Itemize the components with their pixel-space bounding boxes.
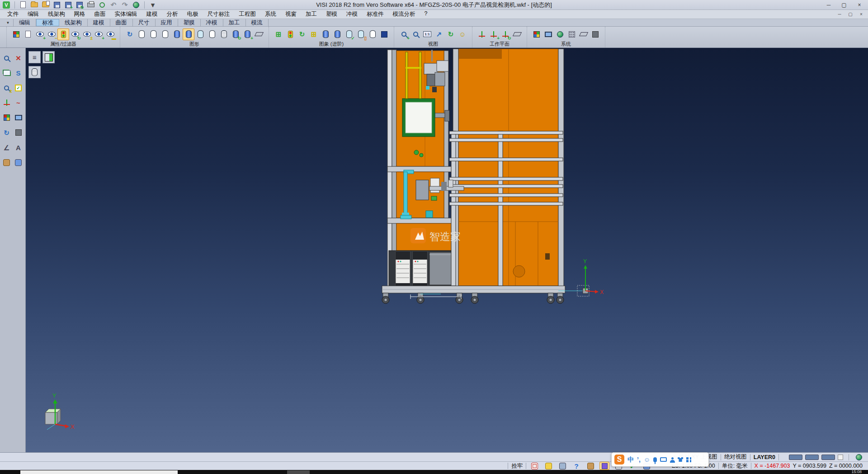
ime-language-toggle[interactable]: 中 xyxy=(627,456,634,463)
ime-microphone-icon[interactable] xyxy=(653,457,657,462)
color-swatch-2[interactable] xyxy=(805,455,819,460)
view-right-icon[interactable] xyxy=(43,52,54,63)
mdi-minimize-button[interactable]: ─ xyxy=(835,10,844,18)
minimize-button[interactable]: ─ xyxy=(821,0,836,9)
snap-grid-icon[interactable] xyxy=(566,28,578,40)
solid-check-icon[interactable]: ✓ xyxy=(343,28,355,40)
hide-entities-icon[interactable]: − xyxy=(46,28,57,40)
menu-item-surface[interactable]: 曲面 xyxy=(90,9,110,19)
qat-more-icon[interactable]: ▾ xyxy=(148,0,157,9)
tab-wireframe[interactable]: 线架构 xyxy=(59,19,88,26)
new-file-icon[interactable] xyxy=(19,0,28,9)
tree-refresh-icon[interactable]: ↻ xyxy=(296,28,308,40)
menu-item-drafting[interactable]: 工程图 xyxy=(235,9,261,19)
tab-dropdown-button[interactable]: ▼ xyxy=(3,19,14,26)
taskbar-active-app-button[interactable] xyxy=(20,470,178,474)
lock-label[interactable]: 拴牢 xyxy=(511,462,523,470)
regen-graphics-icon[interactable]: ↻ xyxy=(124,28,136,40)
web-help-icon[interactable] xyxy=(132,0,141,9)
tab-dimension[interactable]: 尺寸 xyxy=(133,19,156,26)
tab-die[interactable]: 冲模 xyxy=(201,19,223,26)
tab-machining[interactable]: 加工 xyxy=(223,19,246,26)
import-file-icon[interactable] xyxy=(41,0,50,9)
menu-item-machining[interactable]: 加工 xyxy=(301,9,321,19)
flat-mode-icon[interactable] xyxy=(206,28,218,40)
hide-all-icon[interactable]: ▬ xyxy=(104,28,116,40)
save-icon[interactable] xyxy=(52,0,61,9)
zoom-1to1-icon[interactable]: 1:1 xyxy=(421,28,433,40)
solid-view-icon[interactable] xyxy=(320,28,331,40)
ime-punctuation-toggle[interactable]: ’, xyxy=(637,456,641,463)
open-file-icon[interactable] xyxy=(30,0,39,9)
visi-logo[interactable]: V xyxy=(2,0,11,9)
color-palette-icon[interactable] xyxy=(531,28,542,40)
viewport-3d-canvas[interactable] xyxy=(26,48,868,452)
show-all-icon[interactable]: + xyxy=(93,28,104,40)
wcs-tool-icon[interactable] xyxy=(1,97,12,108)
menu-item-file[interactable]: 文件 xyxy=(3,9,23,19)
tab-mold[interactable]: 塑膜 xyxy=(178,19,201,26)
shading-hatched-icon[interactable] xyxy=(29,66,40,78)
view-right-button[interactable] xyxy=(42,51,55,63)
curve-tool-icon[interactable]: ~ xyxy=(13,97,24,108)
tab-application[interactable]: 应用 xyxy=(156,19,178,26)
show-entities-icon[interactable]: + xyxy=(34,28,46,40)
view-face-icon[interactable]: ☺ xyxy=(457,28,468,40)
menu-item-moldflow[interactable]: 模流分析 xyxy=(388,9,420,19)
grid-panel-icon[interactable] xyxy=(13,112,24,123)
color-swatch-white[interactable] xyxy=(838,455,843,460)
status-help-icon[interactable]: ? xyxy=(571,462,581,470)
tab-surface[interactable]: 曲面 xyxy=(110,19,133,26)
mdi-close-button[interactable]: × xyxy=(857,10,865,18)
ime-logo-icon[interactable]: S xyxy=(614,455,624,465)
workplane-slab-icon[interactable] xyxy=(578,28,590,40)
wireframe-mode-icon[interactable] xyxy=(136,28,147,40)
selection-zoom-icon[interactable] xyxy=(1,52,12,63)
zoom-increment-icon[interactable]: ± xyxy=(1,82,12,93)
filter-traffic-icon[interactable] xyxy=(57,28,69,40)
hidden-line-mode-icon[interactable] xyxy=(147,28,159,40)
spline-edit-icon[interactable]: S xyxy=(13,67,24,78)
tab-moldflow[interactable]: 模流 xyxy=(246,19,269,26)
ime-keyboard-icon[interactable] xyxy=(660,457,667,462)
shaded-cube-icon[interactable] xyxy=(13,127,24,138)
tab-standard[interactable]: 标准 xyxy=(36,19,59,26)
copy-attributes-icon[interactable] xyxy=(22,28,34,40)
system-globe-icon[interactable] xyxy=(554,28,566,40)
absolute-view-label[interactable]: 绝对视图 xyxy=(724,453,747,461)
status-lock-icon[interactable] xyxy=(529,462,539,470)
layer-indicator[interactable]: LAYER0 xyxy=(754,454,775,460)
save-sync-icon[interactable]: ↻ xyxy=(75,0,84,9)
menu-item-standard-parts[interactable]: 标准件 xyxy=(362,9,388,19)
plane-frame-icon[interactable] xyxy=(1,67,12,78)
color-swatch-1[interactable] xyxy=(789,455,802,460)
menu-item-edit[interactable]: 编辑 xyxy=(23,9,43,19)
rotate-view-icon[interactable]: ↻ xyxy=(445,28,457,40)
tree-toggle-icon[interactable]: ⊞ xyxy=(308,28,320,40)
menu-item-die[interactable]: 冲模 xyxy=(342,9,362,19)
copy-shading-icon[interactable]: + xyxy=(241,28,253,40)
shading-hatched-button[interactable] xyxy=(28,66,41,78)
menu-item-help[interactable]: ? xyxy=(420,9,432,19)
redo-icon[interactable]: ↷ xyxy=(120,0,129,9)
color-swatch-3[interactable] xyxy=(821,455,835,460)
wcs-plane-icon[interactable] xyxy=(511,28,523,40)
delete-sketch-icon[interactable]: ✕ xyxy=(13,52,24,63)
status-package-icon[interactable] xyxy=(585,462,595,470)
save-as-icon[interactable]: + xyxy=(64,0,73,9)
hatched-mode-icon[interactable] xyxy=(218,28,230,40)
menu-item-electrode[interactable]: 电极 xyxy=(183,9,203,19)
taskbar-app-button[interactable] xyxy=(287,470,310,474)
status-cube-icon[interactable] xyxy=(599,462,609,470)
shaded-edges-mode-icon[interactable] xyxy=(183,28,194,40)
tab-edit[interactable]: 编辑 xyxy=(14,19,36,26)
wcs-move-icon[interactable] xyxy=(476,28,488,40)
attributes-books-icon[interactable] xyxy=(1,112,12,123)
world-globe-icon[interactable] xyxy=(854,453,863,462)
palette-tool-icon[interactable] xyxy=(13,157,24,168)
ime-account-icon[interactable] xyxy=(670,457,675,462)
status-annotate-icon[interactable] xyxy=(543,462,553,470)
menu-item-system[interactable]: 系统 xyxy=(260,9,281,19)
print-icon[interactable] xyxy=(86,0,95,9)
render-cube-icon[interactable] xyxy=(590,28,601,40)
